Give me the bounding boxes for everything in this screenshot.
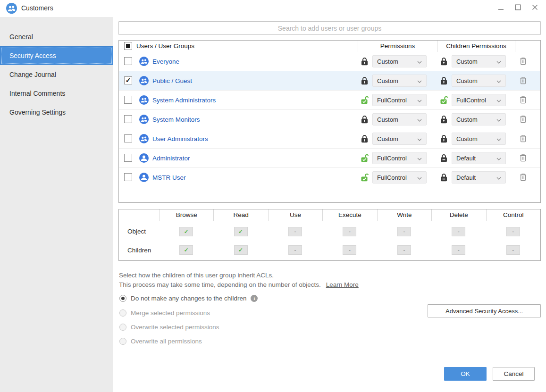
row-checkbox[interactable] [124, 134, 132, 142]
member-icon [139, 115, 149, 124]
permission-toggle[interactable]: ✓ [179, 245, 193, 255]
trash-icon[interactable] [520, 115, 527, 123]
radio-option-merge-selected[interactable]: Merge selected permissions [119, 309, 210, 317]
children-permissions-value: Custom [456, 58, 478, 65]
cancel-button[interactable]: Cancel [493, 367, 535, 381]
row-checkbox[interactable] [124, 173, 132, 181]
children-permissions-dropdown[interactable]: FullControl [452, 94, 506, 106]
table-row[interactable]: System Monitors Custom Custom [119, 110, 540, 129]
sidebar-item-change-journal[interactable]: Change Journal [0, 65, 113, 84]
permission-toggle[interactable]: - [288, 227, 302, 236]
permissions-lock-icon [361, 57, 369, 66]
radio-button[interactable] [119, 338, 126, 345]
user-group-app-icon [6, 3, 17, 14]
permission-toggle[interactable]: - [506, 245, 520, 255]
row-checkbox[interactable] [124, 57, 132, 65]
chevron-down-icon [417, 135, 422, 142]
children-permissions-dropdown[interactable]: Custom [452, 55, 506, 67]
trash-icon[interactable] [520, 154, 527, 162]
maximize-button[interactable] [514, 4, 521, 11]
permissions-dropdown[interactable]: Custom [372, 75, 427, 87]
search-input[interactable] [118, 21, 541, 35]
trash-icon[interactable] [520, 96, 527, 104]
matrix-cell: - [322, 221, 377, 242]
permission-toggle[interactable]: - [288, 245, 302, 255]
matrix-cell: - [486, 221, 540, 242]
children-permissions-value: Default [456, 155, 476, 162]
member-name: User Administrators [152, 135, 208, 142]
select-all-checkbox[interactable] [124, 42, 132, 50]
minimize-button[interactable] [497, 4, 504, 11]
member-name: MSTR User [152, 174, 186, 181]
sidebar-item-internal-comments[interactable]: Internal Comments [0, 84, 113, 103]
table-row[interactable]: Administrator FullControl Default [119, 149, 540, 168]
permissions-lock-icon [361, 96, 369, 104]
children-permissions-lock-icon [440, 154, 448, 162]
trash-icon[interactable] [520, 173, 527, 181]
learn-more-link[interactable]: Learn More [326, 281, 359, 288]
row-checkbox[interactable] [124, 76, 132, 84]
member-name: Administrator [152, 155, 190, 162]
permissions-dropdown[interactable]: FullControl [372, 152, 427, 164]
permissions-dropdown[interactable]: Custom [372, 133, 427, 145]
children-permissions-dropdown[interactable]: Custom [452, 113, 506, 125]
permissions-dropdown[interactable]: Custom [372, 55, 427, 67]
permission-toggle[interactable]: - [452, 245, 465, 255]
table-row[interactable]: MSTR User FullControl Default [119, 168, 540, 187]
table-row[interactable]: Everyone Custom Custom [119, 52, 540, 71]
sidebar-item-general[interactable]: General [0, 27, 113, 46]
permission-toggle[interactable]: - [397, 245, 411, 255]
radio-option-no-changes[interactable]: Do not make any changes to the children … [119, 295, 258, 302]
permission-toggle[interactable]: ✓ [234, 227, 248, 236]
chevron-down-icon [496, 77, 501, 84]
permissions-dropdown[interactable]: FullControl [372, 171, 427, 183]
matrix-row-label-object: Object [119, 221, 159, 242]
matrix-cell: - [377, 221, 431, 242]
children-permissions-lock-icon [440, 115, 448, 124]
sidebar-item-governing-settings[interactable]: Governing Settings [0, 103, 113, 122]
radio-button[interactable] [119, 295, 126, 302]
sidebar-item-security-access[interactable]: Security Access [0, 46, 113, 65]
permission-toggle[interactable]: - [452, 227, 465, 236]
permission-toggle[interactable]: - [397, 227, 411, 236]
row-checkbox[interactable] [124, 115, 132, 123]
permission-toggle[interactable]: ✓ [179, 227, 193, 236]
table-row[interactable]: System Administrators FullControl FullCo… [119, 91, 540, 110]
table-row[interactable]: Public / Guest Custom Custom [119, 71, 540, 91]
chevron-down-icon [417, 58, 422, 65]
radio-option-overwrite-selected[interactable]: Overwrite selected permissions [119, 324, 219, 331]
info-icon[interactable]: i [251, 295, 258, 302]
trash-icon[interactable] [520, 57, 527, 65]
permission-toggle[interactable]: - [343, 245, 356, 255]
permissions-dropdown[interactable]: Custom [372, 113, 427, 125]
radio-label: Merge selected permissions [131, 309, 210, 317]
radio-option-overwrite-all[interactable]: Overwrite all permissions [119, 338, 202, 345]
radio-label: Do not make any changes to the children [131, 295, 246, 302]
matrix-cell: ✓ [159, 242, 213, 259]
row-checkbox[interactable] [124, 96, 132, 104]
trash-icon[interactable] [520, 76, 527, 84]
permission-toggle[interactable]: ✓ [234, 245, 248, 255]
table-row[interactable]: User Administrators Custom Custom [119, 129, 540, 149]
advanced-security-access-button[interactable]: Advanced Security Access... [428, 304, 541, 317]
matrix-column-write: Write [377, 209, 431, 221]
children-permissions-dropdown[interactable]: Default [452, 152, 506, 164]
member-icon [139, 95, 149, 105]
ok-button[interactable]: OK [444, 367, 487, 381]
permission-toggle[interactable]: - [343, 227, 356, 236]
permission-toggle[interactable]: - [506, 227, 520, 236]
radio-button[interactable] [119, 324, 126, 331]
permissions-lock-icon [361, 115, 369, 124]
children-permissions-dropdown[interactable]: Custom [452, 133, 506, 145]
permissions-dropdown[interactable]: FullControl [372, 94, 427, 106]
radio-button[interactable] [119, 309, 126, 317]
row-checkbox[interactable] [124, 154, 132, 162]
children-permissions-dropdown[interactable]: Custom [452, 75, 506, 87]
trash-icon[interactable] [520, 134, 527, 142]
children-permissions-lock-icon [440, 76, 448, 85]
matrix-corner-cell [119, 209, 159, 221]
children-permissions-dropdown[interactable]: Default [452, 171, 506, 183]
children-permissions-value: Custom [456, 135, 478, 142]
close-button[interactable] [531, 4, 538, 11]
radio-label: Overwrite selected permissions [131, 324, 219, 331]
